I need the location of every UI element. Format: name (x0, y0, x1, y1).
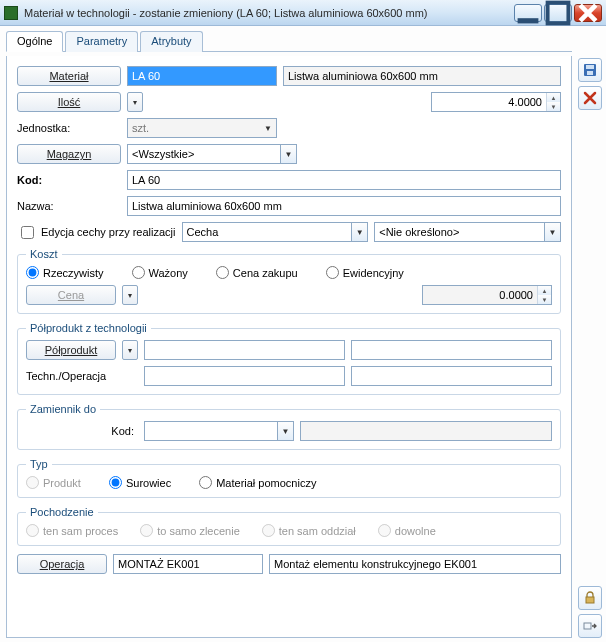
origin-same-proc-radio: ten sam proces (26, 524, 118, 537)
maximize-button[interactable] (544, 4, 572, 22)
subst-code-label: Kod: (26, 425, 138, 437)
row-operation: Operacja (17, 554, 561, 574)
semi-legend: Półprodukt z technologii (26, 322, 151, 334)
svg-rect-3 (586, 65, 594, 69)
origin-legend: Pochodzenie (26, 506, 98, 518)
expand-button[interactable] (578, 614, 602, 638)
chevron-down-icon: ▼ (260, 119, 276, 137)
cancel-button[interactable] (578, 86, 602, 110)
row-material: Materiał (17, 66, 561, 86)
cost-real-radio[interactable]: Rzeczywisty (26, 266, 104, 279)
cost-down-icon: ▼ (538, 295, 551, 304)
semi-button[interactable]: Półprodukt (26, 340, 116, 360)
unit-label: Jednostka: (17, 122, 121, 134)
material-code-input[interactable] (127, 66, 277, 86)
name-label: Nazwa: (17, 200, 121, 212)
lock-icon (582, 590, 598, 606)
operation-name-input[interactable] (269, 554, 561, 574)
edit-attr-check-input[interactable] (21, 226, 34, 239)
row-quantity: Ilość ▾ 4.0000 ▲ ▼ (17, 92, 561, 112)
group-cost: Koszt Rzeczywisty Ważony Cena zakupu Ewi… (17, 248, 561, 314)
warehouse-combo[interactable]: <Wszystkie> ▼ (127, 144, 297, 164)
group-substitute: Zamiennik do Kod: ▼ (17, 403, 561, 450)
qty-down-icon[interactable]: ▼ (547, 102, 560, 111)
svg-rect-0 (518, 18, 539, 23)
op-input[interactable] (351, 366, 552, 386)
operation-button[interactable]: Operacja (17, 554, 107, 574)
qty-up-icon[interactable]: ▲ (547, 93, 560, 102)
semi-name-input[interactable] (351, 340, 552, 360)
svg-rect-1 (548, 2, 569, 23)
price-dropdown-toggle[interactable]: ▾ (122, 285, 138, 305)
close-icon (582, 90, 598, 106)
lock-button[interactable] (578, 586, 602, 610)
edit-attr-checkbox[interactable]: Edycja cechy przy realizacji (17, 223, 176, 242)
chevron-down-icon[interactable]: ▼ (544, 223, 560, 241)
chevron-down-icon[interactable]: ▼ (351, 223, 367, 241)
cost-value: 0.0000 (423, 289, 537, 301)
group-origin: Pochodzenie ten sam proces to samo zlece… (17, 506, 561, 546)
qty-dropdown-toggle[interactable]: ▾ (127, 92, 143, 112)
material-button[interactable]: Materiał (17, 66, 121, 86)
subst-legend: Zamiennik do (26, 403, 100, 415)
techop-label: Techn./Operacja (26, 370, 138, 382)
row-edit-attr: Edycja cechy przy realizacji Cecha ▼ <Ni… (17, 222, 561, 242)
window-controls (514, 4, 602, 22)
unit-value: szt. (128, 122, 260, 134)
price-button[interactable]: Cena (26, 285, 116, 305)
row-warehouse: Magazyn <Wszystkie> ▼ (17, 144, 561, 164)
window-title: Materiał w technologii - zostanie zmieni… (24, 7, 514, 19)
semi-code-input[interactable] (144, 340, 345, 360)
semi-dropdown-toggle[interactable]: ▾ (122, 340, 138, 360)
type-product-radio: Produkt (26, 476, 81, 489)
tab-general[interactable]: Ogólne (6, 31, 63, 52)
type-row: Produkt Surowiec Materiał pomocniczy (26, 476, 552, 489)
panel-general: Materiał Ilość ▾ 4.0000 ▲ ▼ (6, 56, 572, 638)
group-semiproduct: Półprodukt z technologii Półprodukt ▾ Te… (17, 322, 561, 395)
save-button[interactable] (578, 58, 602, 82)
side-toolbar (576, 26, 606, 642)
svg-rect-4 (587, 71, 593, 75)
type-raw-radio[interactable]: Surowiec (109, 476, 171, 489)
app-window: Materiał w technologii - zostanie zmieni… (0, 0, 606, 642)
tab-params[interactable]: Parametry (65, 31, 138, 52)
origin-row: ten sam proces to samo zlecenie ten sam … (26, 524, 552, 537)
name-input[interactable] (127, 196, 561, 216)
attr-kind-value: Cecha (183, 226, 352, 238)
svg-rect-6 (584, 623, 591, 629)
group-type: Typ Produkt Surowiec Materiał pomocniczy (17, 458, 561, 498)
cost-weighted-radio[interactable]: Ważony (132, 266, 188, 279)
titlebar: Materiał w technologii - zostanie zmieni… (0, 0, 606, 26)
cost-value-row: Cena ▾ 0.0000 ▲ ▼ (26, 285, 552, 305)
close-button[interactable] (574, 4, 602, 22)
qty-value[interactable]: 4.0000 (432, 96, 546, 108)
chevron-down-icon[interactable]: ▼ (280, 145, 296, 163)
type-aux-radio[interactable]: Materiał pomocniczy (199, 476, 316, 489)
attr-value-combo[interactable]: <Nie określono> ▼ (374, 222, 561, 242)
cost-type-row: Rzeczywisty Ważony Cena zakupu Ewidencyj… (26, 266, 552, 279)
tab-bar: Ogólne Parametry Atrybuty (6, 30, 572, 52)
cost-evidence-radio[interactable]: Ewidencyjny (326, 266, 404, 279)
app-icon (4, 6, 18, 20)
attr-kind-combo[interactable]: Cecha ▼ (182, 222, 369, 242)
code-label: Kod: (17, 174, 121, 186)
cost-up-icon: ▲ (538, 286, 551, 295)
subst-code-combo[interactable]: ▼ (144, 421, 294, 441)
minimize-button[interactable] (514, 4, 542, 22)
semi-row1: Półprodukt ▾ (26, 340, 552, 360)
cost-spinner: 0.0000 ▲ ▼ (422, 285, 552, 305)
cost-purchase-radio[interactable]: Cena zakupu (216, 266, 298, 279)
operation-code-input[interactable] (113, 554, 263, 574)
origin-same-order-radio: to samo zlecenie (140, 524, 240, 537)
row-code: Kod: (17, 170, 561, 190)
attr-value-text: <Nie określono> (375, 226, 544, 238)
chevron-down-icon[interactable]: ▼ (277, 422, 293, 440)
tech-input[interactable] (144, 366, 345, 386)
row-name: Nazwa: (17, 196, 561, 216)
code-input[interactable] (127, 170, 561, 190)
edit-attr-label: Edycja cechy przy realizacji (41, 226, 176, 238)
warehouse-button[interactable]: Magazyn (17, 144, 121, 164)
tab-attrs[interactable]: Atrybuty (140, 31, 202, 52)
qty-spinner[interactable]: 4.0000 ▲ ▼ (431, 92, 561, 112)
qty-button[interactable]: Ilość (17, 92, 121, 112)
